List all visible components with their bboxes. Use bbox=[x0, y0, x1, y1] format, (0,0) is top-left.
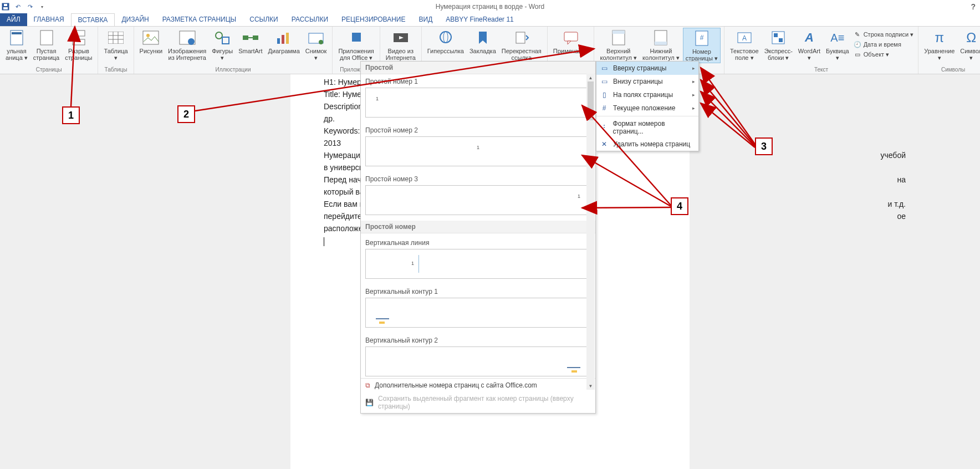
document-title: Нумерация страниц в ворде - Word bbox=[436, 3, 544, 11]
save-icon[interactable] bbox=[1, 2, 10, 11]
wordart-button[interactable]: AWordArt ▾ bbox=[796, 28, 823, 62]
tab-layout[interactable]: РАЗМЕТКА СТРАНИЦЫ bbox=[156, 13, 243, 26]
pictures-button[interactable]: Рисунки bbox=[137, 28, 165, 62]
online-pictures-icon bbox=[178, 29, 196, 47]
header-button[interactable]: Верхний колонтитул ▾ bbox=[598, 28, 639, 63]
cover-page-button[interactable]: ульная аница ▾ bbox=[3, 28, 30, 62]
scroll-up-icon[interactable]: ▲ bbox=[586, 74, 595, 81]
group-label-tables: Таблицы bbox=[101, 67, 130, 74]
object-button[interactable]: ▭Объект ▾ bbox=[853, 50, 915, 59]
gallery-thumb-simple-1[interactable]: 1 bbox=[365, 88, 591, 118]
svg-rect-22 bbox=[277, 38, 280, 44]
svg-rect-27 bbox=[352, 33, 361, 42]
menu-top-of-page[interactable]: ▭Вверху страницы▸ bbox=[596, 62, 698, 75]
svg-rect-33 bbox=[516, 32, 525, 43]
quickparts-icon bbox=[769, 29, 787, 47]
menu-remove-numbers[interactable]: ✕Удалить номера страниц bbox=[596, 137, 698, 151]
gallery-thumb-vcont1[interactable] bbox=[365, 298, 591, 328]
page-number-button[interactable]: #Номер страницы ▾ bbox=[683, 28, 721, 63]
group-label-pages: Страницы bbox=[3, 67, 94, 74]
gallery-thumb-simple-3[interactable]: 1 bbox=[365, 185, 591, 215]
screenshot-button[interactable]: Снимок ▾ bbox=[303, 28, 329, 62]
page-number-icon: # bbox=[693, 29, 711, 47]
tab-home[interactable]: ГЛАВНАЯ bbox=[27, 13, 71, 26]
menu-format-numbers[interactable]: ⋮Формат номеров страниц... bbox=[596, 118, 698, 137]
signature-line-button[interactable]: ✎Строка подписи ▾ bbox=[853, 30, 915, 39]
svg-point-31 bbox=[443, 32, 448, 43]
date-time-button[interactable]: 🕘Дата и время bbox=[853, 40, 915, 49]
margins-icon: ▯ bbox=[600, 90, 609, 99]
redo-icon[interactable]: ↷ bbox=[25, 2, 34, 11]
qat-dropdown-icon[interactable]: ▾ bbox=[38, 2, 47, 11]
chevron-right-icon: ▸ bbox=[692, 79, 695, 84]
gallery-thumb-simple-2[interactable]: 1 bbox=[365, 136, 591, 166]
gallery-save-selection: 💾Сохранить выделенный фрагмент как номер… bbox=[361, 392, 595, 413]
symbol-button[interactable]: ΩСимвол ▾ bbox=[958, 28, 980, 62]
tab-view[interactable]: ВИД bbox=[412, 13, 440, 26]
online-pictures-button[interactable]: Изображения из Интернета bbox=[166, 28, 208, 62]
quick-access-toolbar: ↶ ↷ ▾ bbox=[0, 2, 47, 11]
table-button[interactable]: Таблица ▾ bbox=[101, 28, 130, 62]
svg-text:#: # bbox=[700, 34, 703, 42]
scroll-thumb[interactable] bbox=[588, 81, 594, 120]
gallery-header-simple2: Простой номер bbox=[361, 221, 595, 233]
apps-button[interactable]: Приложения для Office ▾ bbox=[336, 28, 376, 62]
quickparts-button[interactable]: Экспресс- блоки ▾ bbox=[762, 28, 795, 62]
svg-point-14 bbox=[146, 34, 150, 37]
callout-1: 1 bbox=[62, 106, 80, 124]
gallery-header-simple: Простой bbox=[361, 62, 595, 74]
group-text: AТекстовое поле ▾ Экспресс- блоки ▾ AWor… bbox=[724, 27, 918, 74]
gallery-thumb-vcont2[interactable] bbox=[365, 346, 591, 376]
scroll-down-icon[interactable]: ▼ bbox=[586, 382, 595, 390]
apps-icon bbox=[348, 29, 365, 47]
gallery-office-more[interactable]: ⧉Дополнительные номера страниц с сайта O… bbox=[361, 379, 595, 392]
menu-current-position[interactable]: #Текущее положение▸ bbox=[596, 101, 698, 115]
format-icon: ⋮ bbox=[600, 123, 609, 132]
tab-design[interactable]: ДИЗАЙН bbox=[115, 13, 155, 26]
chart-icon bbox=[275, 29, 293, 47]
svg-point-26 bbox=[319, 40, 323, 44]
undo-icon[interactable]: ↶ bbox=[13, 2, 22, 11]
tab-references[interactable]: ССЫЛКИ bbox=[243, 13, 284, 26]
menu-page-margins[interactable]: ▯На полях страницы▸ bbox=[596, 88, 698, 101]
page-break-button[interactable]: Разрыв страницы bbox=[63, 28, 94, 62]
chevron-right-icon: ▸ bbox=[692, 92, 695, 98]
bookmark-button[interactable]: Закладка bbox=[467, 28, 498, 62]
comment-button[interactable]: Примечание bbox=[551, 28, 591, 55]
tab-mailings[interactable]: РАССЫЛКИ bbox=[285, 13, 335, 26]
svg-rect-8 bbox=[108, 32, 124, 44]
tab-review[interactable]: РЕЦЕНЗИРОВАНИЕ bbox=[335, 13, 412, 26]
svg-rect-4 bbox=[12, 32, 22, 34]
crossref-button[interactable]: Перекрестная ссылка bbox=[499, 28, 544, 62]
chart-button[interactable]: Диаграмма bbox=[266, 28, 302, 62]
equation-button[interactable]: πУравнение ▾ bbox=[922, 28, 957, 62]
group-pages: ульная аница ▾ Пустая страница Разрыв ст… bbox=[0, 27, 98, 74]
tab-insert[interactable]: ВСТАВКА bbox=[71, 13, 115, 26]
footer-button[interactable]: Нижний колонтитул ▾ bbox=[640, 28, 682, 63]
tab-abbyy[interactable]: ABBYY FineReader 11 bbox=[439, 13, 520, 26]
textbox-button[interactable]: AТекстовое поле ▾ bbox=[728, 28, 761, 62]
svg-rect-45 bbox=[774, 33, 778, 37]
help-icon[interactable]: ? bbox=[971, 2, 976, 11]
svg-rect-34 bbox=[564, 32, 578, 41]
gallery-thumb-vline[interactable]: 1 bbox=[365, 249, 591, 279]
svg-rect-39 bbox=[655, 42, 667, 45]
shapes-button[interactable]: Фигуры ▾ bbox=[210, 28, 235, 62]
gallery-item-label: Вертикальный контур 2 bbox=[365, 333, 591, 346]
tab-file[interactable]: АЙЛ bbox=[0, 13, 27, 26]
smartart-button[interactable]: SmartArt bbox=[236, 28, 264, 62]
screenshot-icon bbox=[307, 29, 325, 47]
gallery-scrollbar[interactable]: ▲ ▼ bbox=[586, 74, 595, 390]
online-video-button[interactable]: Видео из Интернета bbox=[384, 28, 418, 62]
blank-page-button[interactable]: Пустая страница bbox=[31, 28, 62, 62]
hyperlink-button[interactable]: Гиперссылка bbox=[425, 28, 466, 62]
ribbon-tabs: АЙЛ ГЛАВНАЯ ВСТАВКА ДИЗАЙН РАЗМЕТКА СТРА… bbox=[0, 13, 980, 27]
group-label-symbols: Символы bbox=[922, 67, 980, 74]
svg-point-17 bbox=[216, 32, 222, 39]
group-illustrations: Рисунки Изображения из Интернета Фигуры … bbox=[134, 27, 333, 74]
menu-bottom-of-page[interactable]: ▭Внизу страницы▸ bbox=[596, 75, 698, 88]
svg-rect-6 bbox=[73, 30, 85, 36]
bottom-page-icon: ▭ bbox=[600, 77, 609, 86]
dropcap-button[interactable]: A≡Буквица ▾ bbox=[824, 28, 851, 62]
signature-icon: ✎ bbox=[854, 30, 861, 38]
